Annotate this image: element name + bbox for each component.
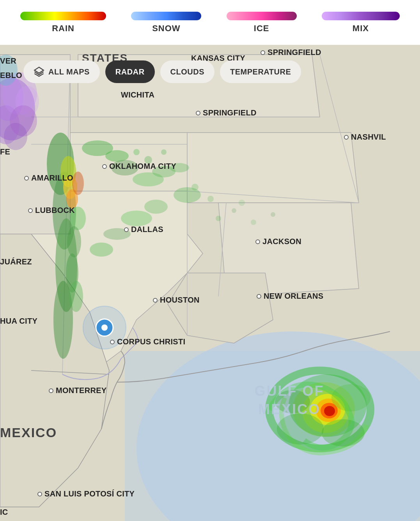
svg-point-35 <box>144 200 168 214</box>
svg-point-46 <box>191 184 198 191</box>
city-oklahoma-city: OKLAHOMA CITY <box>102 162 176 171</box>
svg-point-75 <box>101 324 108 331</box>
svg-point-52 <box>271 212 275 217</box>
svg-point-71 <box>322 419 365 447</box>
temperature-button[interactable]: TEMPERATURE <box>220 60 301 83</box>
layers-icon <box>34 66 44 77</box>
svg-point-43 <box>133 149 140 155</box>
city-ver: VER <box>0 57 16 66</box>
city-ic: IC <box>0 508 8 517</box>
legend-bar: RAIN SNOW ICE MIX <box>0 0 420 45</box>
radar-label: RADAR <box>115 67 145 76</box>
svg-point-51 <box>251 220 256 225</box>
svg-point-42 <box>69 281 83 312</box>
clouds-label: CLOUDS <box>170 67 204 76</box>
svg-rect-2 <box>125 351 420 521</box>
city-new-orleans: NEW ORLEANS <box>257 292 323 301</box>
city-houston: HOUSTON <box>153 296 200 305</box>
svg-point-27 <box>72 172 84 195</box>
svg-point-50 <box>239 200 245 206</box>
city-lubbock: LUBBOCK <box>28 206 75 215</box>
radar-button[interactable]: RADAR <box>105 60 155 83</box>
mix-gradient <box>322 12 400 20</box>
city-nashville: NASHVIL <box>344 133 386 142</box>
clouds-button[interactable]: CLOUDS <box>160 60 214 83</box>
all-maps-label: ALL MAPS <box>48 67 90 76</box>
nav-buttons: ALL MAPS RADAR CLOUDS TEMPERATURE <box>23 60 301 83</box>
snow-gradient <box>131 12 201 20</box>
city-corpus-christi: CORPUS CHRISTI <box>110 337 185 346</box>
city-wichita: WICHITA <box>121 90 154 99</box>
city-springfield: SPRINGFIELD <box>196 108 257 117</box>
svg-point-48 <box>232 208 236 213</box>
svg-marker-6 <box>187 133 359 203</box>
city-springfield-top: SPRINGFIELD <box>261 48 321 57</box>
rain-label: RAIN <box>52 23 74 34</box>
city-dallas: DALLAS <box>124 225 163 234</box>
mix-label: MIX <box>353 23 369 34</box>
svg-point-49 <box>216 216 221 221</box>
city-amarillo: AMARILLO <box>24 174 73 183</box>
city-hua-city: HUA CITY <box>0 317 37 326</box>
legend-snow: SNOW <box>131 12 201 34</box>
city-jackson: JACKSON <box>255 237 301 246</box>
svg-point-40 <box>67 226 81 257</box>
rain-gradient <box>20 12 106 20</box>
map-container[interactable]: RAIN SNOW ICE MIX ALL MAPS RADAR <box>0 0 420 521</box>
legend-rain: RAIN <box>20 12 106 34</box>
svg-point-47 <box>207 196 214 202</box>
city-fe: FE <box>0 147 10 156</box>
city-juarez: JUÁREZ <box>0 257 32 266</box>
region-mexico: MEXICO <box>0 425 57 440</box>
city-eblo: EBLO <box>0 71 22 80</box>
temperature-label: TEMPERATURE <box>230 67 291 76</box>
ice-label: ICE <box>254 23 269 34</box>
all-maps-button[interactable]: ALL MAPS <box>23 60 100 83</box>
city-monterrey: MONTERREY <box>49 386 106 395</box>
gulf-label: GULF OFMEXICO <box>239 382 340 419</box>
svg-point-59 <box>4 123 27 150</box>
ice-gradient <box>227 12 297 20</box>
svg-point-45 <box>161 149 167 155</box>
svg-point-38 <box>90 243 113 257</box>
snow-label: SNOW <box>152 23 180 34</box>
city-san-luis: SAN LUIS POTOSÍ CITY <box>37 489 135 498</box>
svg-point-36 <box>121 211 152 226</box>
legend-mix: MIX <box>322 12 400 34</box>
legend-ice: ICE <box>227 12 297 34</box>
